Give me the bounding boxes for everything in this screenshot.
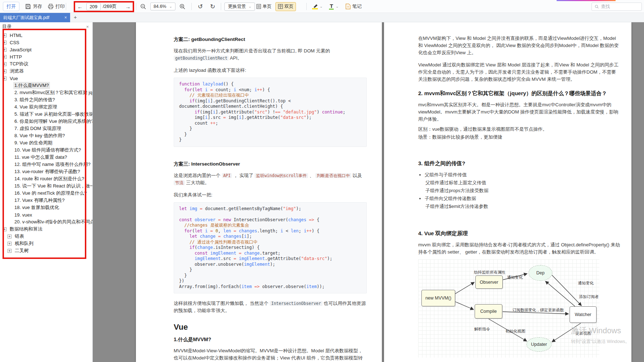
zoom-level-select[interactable]: 84.6% ⌄ xyxy=(150,3,175,10)
rotate-left-icon[interactable]: ↺ xyxy=(196,3,205,10)
toc-item[interactable]: +HTTP xyxy=(0,53,92,60)
paragraph: 这是浏览器内置的一个 API ， 实现了 监听window的scroll事件 、… xyxy=(174,172,367,186)
note-button[interactable]: 笔记 xyxy=(345,3,362,10)
printer-icon xyxy=(48,4,54,9)
expand-icon[interactable]: + xyxy=(3,41,6,45)
toc-item[interactable]: 1.什么是MVVM? xyxy=(0,82,92,89)
code-block-intersection-observer: let img = document.getElementsByTagName(… xyxy=(174,202,367,294)
prev-page-arrow-icon[interactable]: ← xyxy=(76,4,84,10)
toc-item[interactable]: 14. route 和 router 的区别是什么? xyxy=(0,175,92,182)
change-background-button[interactable]: 更换背景 ⌄ xyxy=(224,3,255,11)
diagram-label: 初始化视图 xyxy=(506,328,525,335)
diagram-label: 更新视图 xyxy=(575,330,591,337)
toc-item[interactable]: 16. Vue 的 nextTick 的原理是什么? xyxy=(0,190,92,197)
toc-item[interactable]: 20. v-show和v-if指令的共同点和不同点 xyxy=(0,218,92,226)
toc-item-label: HTTP xyxy=(9,54,23,60)
tab-close-icon[interactable]: × xyxy=(62,15,67,20)
toc-item-label: 栈和队列 xyxy=(14,240,35,247)
toc-item[interactable]: +栈和队列 xyxy=(0,240,92,247)
toc-item-label: 4. Vue 双向绑定原理 xyxy=(13,103,58,111)
toc-item[interactable]: +CSS xyxy=(0,39,92,46)
toc-item[interactable]: 9. Vue 的生命周期 xyxy=(0,139,92,147)
expand-icon[interactable]: + xyxy=(3,69,6,73)
expand-icon[interactable]: + xyxy=(8,249,12,253)
diagram-node: Updater xyxy=(526,337,552,352)
text-tool-icon: T xyxy=(330,4,333,8)
page-number-input[interactable] xyxy=(86,3,101,10)
toc-item[interactable]: +Vue xyxy=(0,75,92,82)
toc-item[interactable]: +二叉树 xyxy=(0,247,92,254)
list-subitem: 子组件通过props方法接受数据 xyxy=(425,187,621,194)
highlighter-tool-button[interactable]: ⌄ xyxy=(312,4,323,9)
expand-icon[interactable]: + xyxy=(3,62,6,66)
toc-item[interactable]: 2. mvvm和mvc区别？它和其它框架 jqu xyxy=(0,89,92,96)
toc-item-label: 9. Vue 的生命周期 xyxy=(13,139,54,147)
paragraph: mvvm 双向绑定，采用数据劫持结合发布者-订阅者模式的方式，通过 Object… xyxy=(418,241,621,256)
toc-item[interactable]: +HTML xyxy=(0,32,92,39)
expand-icon[interactable]: + xyxy=(3,76,6,80)
single-page-mode-button[interactable]: 单页 xyxy=(254,2,274,11)
toc-item[interactable]: 8. Vue 中 key 值的作用? xyxy=(0,132,92,139)
toc-item[interactable]: 18. vue 首屏加载优化 xyxy=(0,204,92,211)
toc-close-icon[interactable]: × xyxy=(86,24,89,29)
search-box[interactable] xyxy=(592,3,642,11)
toc-item[interactable]: 6. 你是如何理解 Vue 的响应式系统的? xyxy=(0,118,92,125)
list-item: 父组件与子组件传值 xyxy=(425,171,621,178)
paragraph: 场景：数据操作比较多的场景，更加便捷 xyxy=(418,134,621,141)
zoom-in-icon[interactable] xyxy=(179,4,186,10)
open-button[interactable]: 打开 xyxy=(3,2,19,11)
toc-item[interactable]: 3. 组件之间的传值? xyxy=(0,96,92,103)
toc-item-label: 链表 xyxy=(14,233,25,240)
expand-icon[interactable]: + xyxy=(8,235,12,238)
paragraph: 在MVVM架构下，View 和 Model 之间并没有直接的联系，而是通过Vie… xyxy=(418,35,621,56)
toc-item[interactable]: 7. 虚拟 DOM 实现原理 xyxy=(0,125,92,132)
diagram-label: 添加订阅者 xyxy=(579,293,599,300)
toc-item[interactable]: 17. Vuex 有哪几种属性? xyxy=(0,197,92,204)
toc-item[interactable]: +链表 xyxy=(0,233,92,240)
toc-item[interactable]: +JavaScript xyxy=(0,46,92,53)
rotate-right-icon[interactable]: ↻ xyxy=(208,3,217,10)
paragraph: 上述的 lazyload 函数改成下面这样: xyxy=(174,67,367,74)
main-area: 目录 × +HTML+CSS+JavaScript+HTTP+TCP协议+浏览器… xyxy=(0,22,644,362)
double-page-mode-button[interactable]: 双页 xyxy=(275,2,296,11)
toc-item-label: 2. mvvm和mvc区别？它和其它框架 jqu xyxy=(13,89,93,96)
diagram-label: 解析指令 xyxy=(474,325,490,333)
question2-heading: 2. mvvm和mvc区别？它和其它框架（jquery）的区别是什么？哪些场景适… xyxy=(418,89,621,97)
save-as-button[interactable]: 另存 xyxy=(25,3,42,10)
toc-item-label: 3. 组件之间的传值? xyxy=(13,96,56,103)
toc-item[interactable]: 11. vue 中怎么重置 data? xyxy=(0,154,92,161)
toc-item[interactable]: +浏览器 xyxy=(0,68,92,75)
toc-item-label: 19. vuex xyxy=(13,212,33,218)
page-total-label: /269页 xyxy=(103,3,117,10)
toc-item[interactable]: +TCP协议 xyxy=(0,60,92,68)
toc-item[interactable]: 15. 说一下 Vue 和 React 的认识，做一 xyxy=(0,182,92,190)
new-tab-icon[interactable]: + xyxy=(74,14,77,20)
expand-icon[interactable]: + xyxy=(3,55,6,59)
diagram-label: 通知变化 xyxy=(507,274,523,281)
zoom-out-icon[interactable] xyxy=(140,4,146,10)
diagram-label: 通知变化 xyxy=(578,279,594,287)
toc-item[interactable]: 4. Vue 双向绑定原理 xyxy=(0,103,92,111)
toc-item-label: Vue xyxy=(9,75,19,82)
toc-item[interactable]: 19. vuex xyxy=(0,211,92,218)
text-tool-button[interactable]: T ⌄ xyxy=(329,4,338,10)
expand-icon[interactable]: + xyxy=(3,227,6,231)
toc-item[interactable]: 13. vue-router 有哪些钩子函数? xyxy=(0,168,92,175)
toc-item[interactable]: 5. 描述下 vue 从初始化页面--修改数据-- xyxy=(0,111,92,118)
print-button[interactable]: 打印 xyxy=(48,3,65,10)
scheme3-heading: 方案三: IntersectionObserver xyxy=(174,161,367,168)
diagram-node: Compile xyxy=(475,304,502,319)
toc-item[interactable]: 10. Vue 组件间通信有哪些方式? xyxy=(0,147,92,154)
toc-item[interactable]: +数据结构和算法 xyxy=(0,226,92,233)
expand-icon[interactable]: + xyxy=(3,33,6,37)
paragraph: ViewModel 通过双向数据绑定把 View 层和 Model 层连接了起来… xyxy=(418,61,621,83)
transfer-list: 父组件与子组件传值父组件通过标签上面定义传值子组件通过props方法接受数据子组… xyxy=(425,171,621,210)
expand-icon[interactable]: + xyxy=(3,48,6,52)
next-page-arrow-icon[interactable]: → xyxy=(124,4,132,10)
chevron-down-icon: ⌄ xyxy=(169,5,172,8)
toc-tree: +HTML+CSS+JavaScript+HTTP+TCP协议+浏览器+Vue1… xyxy=(0,32,92,254)
expand-icon[interactable]: + xyxy=(8,242,12,246)
document-tab[interactable]: 前端大厂面试题宝典.pdf × xyxy=(0,13,70,22)
toc-item[interactable]: 12. 组件中写 name 选项有什么作用? xyxy=(0,161,92,168)
search-input[interactable] xyxy=(601,4,639,9)
